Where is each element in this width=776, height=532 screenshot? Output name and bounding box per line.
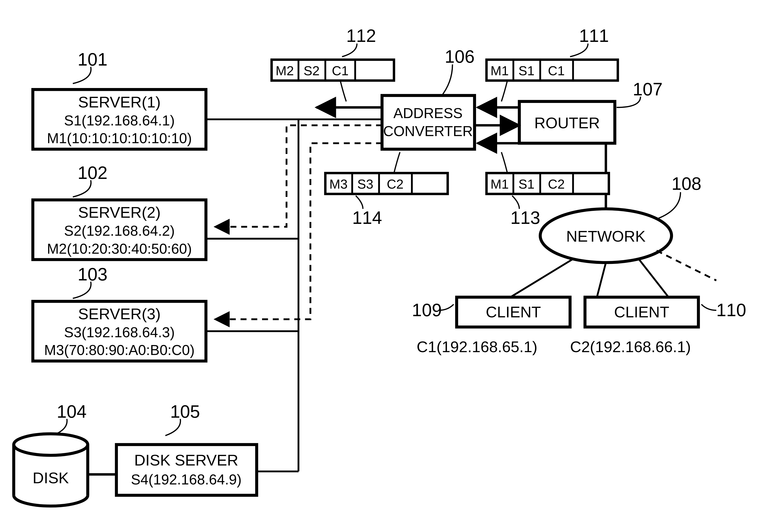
server-2-ip: S2(192.168.64.2) xyxy=(64,223,175,239)
client-1-label: CLIENT xyxy=(486,303,541,321)
network-diagram: 101 SERVER(1) S1(192.168.64.1) M1(10:10:… xyxy=(0,0,776,532)
server-3-mac: M3(70:80:90:A0:B0:C0) xyxy=(44,342,195,358)
server-3-title: SERVER(3) xyxy=(78,305,161,322)
pkt114-c1: M3 xyxy=(329,177,348,192)
ref-111: 111 xyxy=(579,26,609,46)
network-node: NETWORK xyxy=(540,209,671,263)
server-1-ip: S1(192.168.64.1) xyxy=(64,112,175,128)
network-label: NETWORK xyxy=(566,228,645,245)
ref-101: 101 xyxy=(78,49,108,69)
ref-110: 110 xyxy=(716,300,746,320)
server-1-mac: M1(10:10:10:10:10:10) xyxy=(47,130,192,146)
ref-102: 102 xyxy=(78,163,108,183)
client-2-box: CLIENT xyxy=(585,297,698,327)
ref-103: 103 xyxy=(78,264,108,284)
ref-106: 106 xyxy=(445,47,474,66)
address-converter-l2: CONVERTER xyxy=(383,123,473,139)
client-1-box: CLIENT xyxy=(457,297,570,327)
ref-108: 108 xyxy=(671,174,702,194)
server-2-mac: M2(10:20:30:40:50:60) xyxy=(47,241,192,257)
server-1-title: SERVER(1) xyxy=(78,93,161,111)
packet-111: M1 S1 C1 xyxy=(487,60,618,80)
pkt112-c3: C1 xyxy=(332,63,349,78)
disk-label: DISK xyxy=(33,469,69,487)
pkt112-c2: S2 xyxy=(304,63,320,78)
server-3-ip: S3(192.168.64.3) xyxy=(64,324,175,340)
server-1-box: SERVER(1) S1(192.168.64.1) M1(10:10:10:1… xyxy=(33,89,206,149)
svg-line-12 xyxy=(511,259,573,297)
pkt113-c2: S1 xyxy=(519,177,535,192)
address-converter-l1: ADDRESS xyxy=(393,105,463,121)
router-box: ROUTER xyxy=(519,101,615,144)
svg-point-3 xyxy=(14,434,88,455)
client-2-label: CLIENT xyxy=(614,303,669,321)
pkt114-c2: S3 xyxy=(357,177,373,192)
ref-113: 113 xyxy=(511,208,540,228)
pkt114-c3: C2 xyxy=(387,177,404,192)
ref-114: 114 xyxy=(352,208,382,228)
client-2-addr: C2(192.168.66.1) xyxy=(570,338,691,355)
server-2-title: SERVER(2) xyxy=(78,204,161,221)
disk-server-box: DISK SERVER S4(192.168.64.9) xyxy=(117,445,257,495)
client-1-addr: C1(192.168.65.1) xyxy=(417,338,537,355)
svg-rect-6 xyxy=(382,95,474,149)
ref-109: 109 xyxy=(412,300,442,320)
pkt113-c1: M1 xyxy=(491,177,509,192)
pkt111-c1: M1 xyxy=(491,63,509,78)
address-converter-box: ADDRESS CONVERTER xyxy=(382,95,474,149)
ref-104: 104 xyxy=(57,402,86,422)
ref-107: 107 xyxy=(633,79,662,99)
server-3-box: SERVER(3) S3(192.168.64.3) M3(70:80:90:A… xyxy=(33,301,206,361)
router-label: ROUTER xyxy=(534,114,600,131)
disk-cylinder-icon: DISK xyxy=(14,434,88,506)
ref-105: 105 xyxy=(170,402,200,422)
server-2-box: SERVER(2) S2(192.168.64.2) M2(10:20:30:4… xyxy=(33,200,206,260)
disk-server-title: DISK SERVER xyxy=(134,452,238,469)
packet-113: M1 S1 C2 xyxy=(487,173,609,194)
svg-line-14 xyxy=(639,259,668,297)
ref-112: 112 xyxy=(346,26,376,46)
pkt111-c2: S1 xyxy=(519,63,535,78)
pkt111-c3: C1 xyxy=(548,63,565,78)
packet-114: M3 S3 C2 xyxy=(325,173,448,194)
pkt112-c1: M2 xyxy=(275,63,294,78)
disk-server-ip: S4(192.168.64.9) xyxy=(131,471,242,488)
packet-112: M2 S2 C1 xyxy=(271,60,394,80)
svg-line-13 xyxy=(597,262,606,297)
pkt113-c3: C2 xyxy=(548,177,565,192)
